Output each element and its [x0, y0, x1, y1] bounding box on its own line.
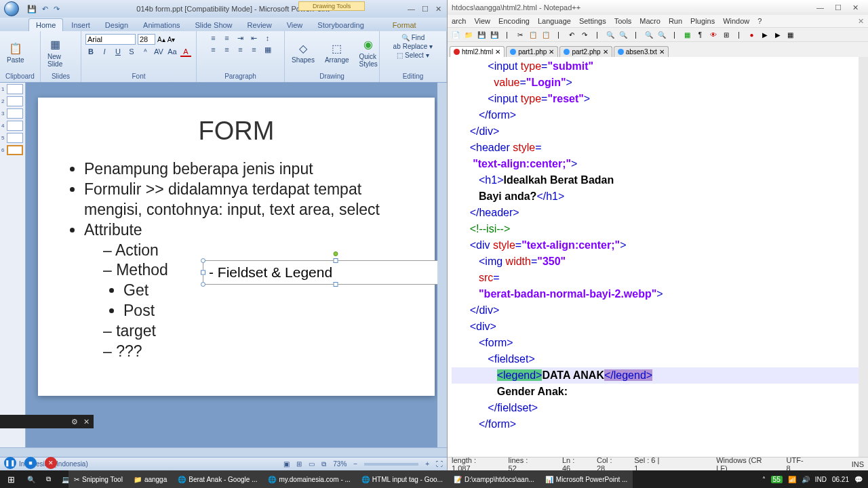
slideshow-view-icon[interactable]: ⧉: [321, 460, 326, 468]
cancel-button[interactable]: ✕: [45, 457, 57, 469]
minimize-icon[interactable]: —: [816, 3, 824, 12]
select-button[interactable]: ⬚ Select ▾: [397, 52, 429, 59]
slide-thumb[interactable]: [7, 145, 23, 155]
bold-icon[interactable]: B: [85, 47, 96, 57]
doc-tab[interactable]: part1.php✕: [506, 46, 558, 57]
bullets-icon[interactable]: ≡: [208, 34, 219, 43]
lineheight-icon[interactable]: ↕: [262, 34, 273, 43]
textbox[interactable]: - Fieldset & Legend: [203, 260, 447, 285]
menu-item[interactable]: Settings: [579, 17, 606, 25]
maximize-icon[interactable]: ☐: [835, 3, 842, 12]
office-orb[interactable]: [0, 0, 23, 18]
gear-icon[interactable]: ⚙: [71, 418, 78, 426]
slide-title[interactable]: FORM: [65, 117, 408, 146]
slide-thumb[interactable]: [7, 108, 23, 119]
stop-button[interactable]: ■: [24, 457, 37, 469]
grow-font-icon[interactable]: A▴: [157, 36, 165, 43]
align-center-icon[interactable]: ≡: [222, 45, 233, 54]
fit-icon[interactable]: ⛶: [436, 460, 443, 468]
zoom-in-icon[interactable]: +: [425, 460, 429, 468]
close-icon[interactable]: ✕: [83, 418, 90, 426]
menu-item[interactable]: ?: [757, 17, 762, 25]
close-icon[interactable]: ✕: [858, 17, 864, 26]
tb-app[interactable]: 📊 Microsoft PowerPoint ...: [540, 470, 633, 488]
arrange-button[interactable]: ⬚Arrange: [321, 39, 353, 65]
slide-panel[interactable]: 1 2 3 4 5 6: [0, 83, 26, 447]
tab-view[interactable]: View: [280, 19, 310, 31]
taskview-icon[interactable]: ⧉: [41, 470, 56, 488]
tb-app[interactable]: 💻: [56, 470, 68, 488]
doc-tab[interactable]: absen3.txt✕: [614, 46, 669, 57]
resize-handle[interactable]: [201, 258, 205, 263]
tab-storyboarding[interactable]: Storyboarding: [311, 19, 371, 31]
resize-handle[interactable]: [334, 282, 338, 287]
paste-button[interactable]: 📋Paste: [3, 39, 28, 65]
resize-handle[interactable]: [201, 282, 205, 287]
npp-toolbar[interactable]: 📄📁💾💾|✂📋📋|↶↷|🔍🔍|🔍🔍|▦¶👁⊞|●▶▶▦: [448, 27, 868, 42]
menu-item[interactable]: Language: [538, 17, 571, 25]
rotate-handle[interactable]: [334, 251, 338, 256]
shadow-icon[interactable]: ᴬ: [140, 47, 151, 57]
align-left-icon[interactable]: ≡: [208, 45, 219, 54]
menu-item[interactable]: Run: [669, 17, 682, 25]
minimize-icon[interactable]: —: [408, 5, 415, 14]
numbering-icon[interactable]: ≡: [222, 34, 233, 43]
menu-item[interactable]: Plugins: [690, 17, 715, 25]
code-editor[interactable]: <input type="submit" value="Login"> <inp…: [448, 57, 868, 457]
font-size-combo[interactable]: [138, 34, 155, 45]
shapes-button[interactable]: ◇Shapes: [288, 39, 319, 65]
slide-area[interactable]: FORM Penampung beberapa jenis input Form…: [26, 83, 447, 447]
slide-canvas[interactable]: FORM Penampung beberapa jenis input Form…: [38, 98, 435, 396]
tb-app[interactable]: ✂ Snipping Tool: [68, 470, 128, 488]
tab-slideshow[interactable]: Slide Show: [189, 19, 239, 31]
find-button[interactable]: 🔍 Find: [401, 34, 425, 41]
zoom-out-icon[interactable]: −: [353, 460, 357, 468]
wifi-icon[interactable]: 📶: [788, 476, 796, 483]
search-icon[interactable]: 🔍: [22, 470, 41, 488]
tab-insert[interactable]: Insert: [64, 19, 97, 31]
doc-tab[interactable]: html2.html✕: [450, 46, 505, 57]
tb-app[interactable]: 🌐 Berat Anak - Google ...: [172, 470, 262, 488]
menu-item[interactable]: arch: [452, 17, 466, 25]
close-icon[interactable]: ✕: [435, 5, 441, 14]
tb-app[interactable]: 🌐 HTML input tag - Goo...: [356, 470, 448, 488]
underline-icon[interactable]: U: [113, 47, 123, 57]
tray-chevron-icon[interactable]: ˄: [762, 476, 766, 483]
normal-view-icon[interactable]: ▣: [283, 460, 290, 468]
font-name-combo[interactable]: [85, 34, 136, 45]
scrollbar[interactable]: [859, 57, 868, 457]
menu-item[interactable]: Macro: [639, 17, 660, 25]
justify-icon[interactable]: ≡: [249, 45, 260, 54]
tb-app[interactable]: 🌐 my.domainesia.com - ...: [262, 470, 355, 488]
h-scrollbar[interactable]: [0, 447, 447, 457]
slide-thumb[interactable]: [7, 133, 23, 143]
volume-icon[interactable]: 🔊: [802, 476, 810, 483]
tab-review[interactable]: Review: [241, 19, 279, 31]
reading-view-icon[interactable]: ▭: [309, 460, 315, 468]
tab-design[interactable]: Design: [98, 19, 135, 31]
replace-button[interactable]: ab Replace ▾: [393, 43, 433, 50]
start-button[interactable]: ⊞: [0, 474, 22, 485]
sorter-view-icon[interactable]: ⊞: [296, 460, 302, 468]
case-icon[interactable]: Aa: [167, 47, 178, 57]
shrink-font-icon[interactable]: A▾: [167, 36, 176, 43]
tab-format[interactable]: Format: [386, 19, 423, 31]
tab-animations[interactable]: Animations: [136, 19, 186, 31]
tb-app[interactable]: 📁 aangga: [128, 470, 172, 488]
slide-thumb[interactable]: [7, 96, 23, 106]
columns-icon[interactable]: ▦: [262, 45, 273, 54]
notifications-icon[interactable]: 💬: [854, 476, 863, 483]
align-right-icon[interactable]: ≡: [235, 45, 246, 54]
menu-item[interactable]: Tools: [614, 17, 632, 25]
spacing-icon[interactable]: AV: [153, 47, 164, 57]
pause-button[interactable]: ❚❚: [4, 457, 16, 469]
maximize-icon[interactable]: ☐: [422, 5, 429, 14]
tab-home[interactable]: Home: [28, 18, 63, 31]
outdent-icon[interactable]: ⇤: [249, 34, 260, 43]
indent-icon[interactable]: ⇥: [235, 34, 246, 43]
quick-styles-button[interactable]: ◉Quick Styles: [355, 36, 382, 69]
clock[interactable]: 06.21: [832, 476, 849, 483]
network-badge[interactable]: 55: [771, 476, 783, 483]
doc-tab[interactable]: part2.php✕: [559, 46, 612, 57]
tb-app[interactable]: 📝 D:\xampp\htdocs\aan...: [448, 470, 540, 488]
